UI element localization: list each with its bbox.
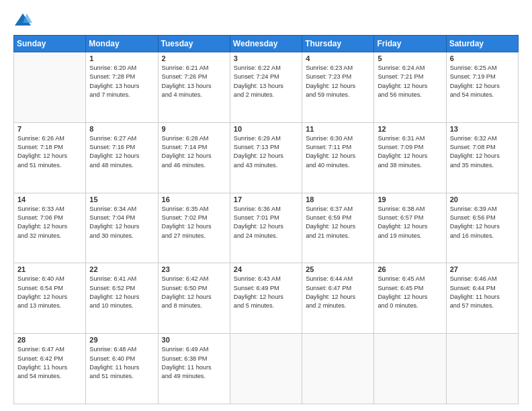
calendar-cell: 30Sunrise: 6:49 AM Sunset: 6:38 PM Dayli… xyxy=(158,334,230,404)
day-number: 14 xyxy=(17,195,82,203)
day-info: Sunrise: 6:32 AM Sunset: 7:08 PM Dayligh… xyxy=(450,134,515,170)
header xyxy=(13,11,519,30)
day-number: 9 xyxy=(162,125,226,133)
col-header-friday: Friday xyxy=(374,36,446,52)
calendar-cell: 11Sunrise: 6:30 AM Sunset: 7:11 PM Dayli… xyxy=(302,122,374,193)
calendar-cell: 27Sunrise: 6:46 AM Sunset: 6:44 PM Dayli… xyxy=(446,263,518,334)
day-number: 19 xyxy=(378,195,442,203)
calendar-cell: 22Sunrise: 6:41 AM Sunset: 6:52 PM Dayli… xyxy=(86,263,158,334)
day-number: 8 xyxy=(89,125,154,133)
calendar-cell xyxy=(230,334,302,404)
calendar-cell: 19Sunrise: 6:38 AM Sunset: 6:57 PM Dayli… xyxy=(374,193,446,263)
day-info: Sunrise: 6:48 AM Sunset: 6:40 PM Dayligh… xyxy=(89,345,154,381)
day-info: Sunrise: 6:47 AM Sunset: 6:42 PM Dayligh… xyxy=(17,345,82,381)
day-number: 21 xyxy=(17,265,82,273)
day-info: Sunrise: 6:26 AM Sunset: 7:18 PM Dayligh… xyxy=(17,134,82,170)
calendar-cell: 21Sunrise: 6:40 AM Sunset: 6:54 PM Dayli… xyxy=(14,263,86,334)
calendar-cell xyxy=(446,334,518,404)
calendar-cell: 29Sunrise: 6:48 AM Sunset: 6:40 PM Dayli… xyxy=(86,334,158,404)
day-info: Sunrise: 6:22 AM Sunset: 7:24 PM Dayligh… xyxy=(234,64,298,99)
day-info: Sunrise: 6:41 AM Sunset: 6:52 PM Dayligh… xyxy=(89,275,154,310)
day-number: 12 xyxy=(378,125,442,133)
logo-icon xyxy=(13,11,32,30)
day-info: Sunrise: 6:40 AM Sunset: 6:54 PM Dayligh… xyxy=(17,275,82,310)
calendar-cell: 6Sunrise: 6:25 AM Sunset: 7:19 PM Daylig… xyxy=(446,52,518,123)
calendar-cell xyxy=(14,52,86,123)
day-info: Sunrise: 6:33 AM Sunset: 7:06 PM Dayligh… xyxy=(17,205,82,240)
col-header-sunday: Sunday xyxy=(14,36,86,52)
day-info: Sunrise: 6:25 AM Sunset: 7:19 PM Dayligh… xyxy=(450,64,515,99)
day-number: 30 xyxy=(162,336,226,344)
calendar-cell: 3Sunrise: 6:22 AM Sunset: 7:24 PM Daylig… xyxy=(230,52,302,123)
day-number: 5 xyxy=(378,54,442,62)
calendar-cell: 25Sunrise: 6:44 AM Sunset: 6:47 PM Dayli… xyxy=(302,263,374,334)
day-number: 4 xyxy=(306,54,370,62)
page: SundayMondayTuesdayWednesdayThursdayFrid… xyxy=(0,0,532,411)
day-info: Sunrise: 6:20 AM Sunset: 7:28 PM Dayligh… xyxy=(89,64,154,99)
day-number: 13 xyxy=(450,125,515,133)
day-info: Sunrise: 6:44 AM Sunset: 6:47 PM Dayligh… xyxy=(306,275,370,310)
calendar-cell: 18Sunrise: 6:37 AM Sunset: 6:59 PM Dayli… xyxy=(302,193,374,263)
calendar-cell: 10Sunrise: 6:29 AM Sunset: 7:13 PM Dayli… xyxy=(230,122,302,193)
calendar-cell: 23Sunrise: 6:42 AM Sunset: 6:50 PM Dayli… xyxy=(158,263,230,334)
calendar-cell: 20Sunrise: 6:39 AM Sunset: 6:56 PM Dayli… xyxy=(446,193,518,263)
calendar-cell: 24Sunrise: 6:43 AM Sunset: 6:49 PM Dayli… xyxy=(230,263,302,334)
calendar-cell: 4Sunrise: 6:23 AM Sunset: 7:23 PM Daylig… xyxy=(302,52,374,123)
col-header-wednesday: Wednesday xyxy=(230,36,302,52)
calendar-cell: 14Sunrise: 6:33 AM Sunset: 7:06 PM Dayli… xyxy=(14,193,86,263)
logo xyxy=(13,11,35,30)
calendar-table: SundayMondayTuesdayWednesdayThursdayFrid… xyxy=(13,35,519,404)
day-info: Sunrise: 6:45 AM Sunset: 6:45 PM Dayligh… xyxy=(378,275,442,310)
calendar-cell: 7Sunrise: 6:26 AM Sunset: 7:18 PM Daylig… xyxy=(14,122,86,193)
day-info: Sunrise: 6:27 AM Sunset: 7:16 PM Dayligh… xyxy=(89,134,154,170)
day-info: Sunrise: 6:46 AM Sunset: 6:44 PM Dayligh… xyxy=(450,275,515,310)
col-header-monday: Monday xyxy=(86,36,158,52)
calendar-cell: 13Sunrise: 6:32 AM Sunset: 7:08 PM Dayli… xyxy=(446,122,518,193)
day-info: Sunrise: 6:36 AM Sunset: 7:01 PM Dayligh… xyxy=(234,205,298,240)
day-info: Sunrise: 6:42 AM Sunset: 6:50 PM Dayligh… xyxy=(162,275,226,310)
calendar-cell: 17Sunrise: 6:36 AM Sunset: 7:01 PM Dayli… xyxy=(230,193,302,263)
calendar-cell: 12Sunrise: 6:31 AM Sunset: 7:09 PM Dayli… xyxy=(374,122,446,193)
day-number: 25 xyxy=(306,265,370,273)
day-number: 22 xyxy=(89,265,154,273)
day-number: 20 xyxy=(450,195,515,203)
calendar-cell: 16Sunrise: 6:35 AM Sunset: 7:02 PM Dayli… xyxy=(158,193,230,263)
col-header-tuesday: Tuesday xyxy=(158,36,230,52)
day-number: 18 xyxy=(306,195,370,203)
day-number: 24 xyxy=(234,265,298,273)
calendar-cell: 26Sunrise: 6:45 AM Sunset: 6:45 PM Dayli… xyxy=(374,263,446,334)
day-number: 1 xyxy=(89,54,154,62)
day-number: 26 xyxy=(378,265,442,273)
col-header-thursday: Thursday xyxy=(302,36,374,52)
calendar-cell: 15Sunrise: 6:34 AM Sunset: 7:04 PM Dayli… xyxy=(86,193,158,263)
day-number: 23 xyxy=(162,265,226,273)
day-info: Sunrise: 6:23 AM Sunset: 7:23 PM Dayligh… xyxy=(306,64,370,99)
calendar-cell xyxy=(302,334,374,404)
calendar-cell: 5Sunrise: 6:24 AM Sunset: 7:21 PM Daylig… xyxy=(374,52,446,123)
day-info: Sunrise: 6:28 AM Sunset: 7:14 PM Dayligh… xyxy=(162,134,226,170)
col-header-saturday: Saturday xyxy=(446,36,518,52)
day-number: 16 xyxy=(162,195,226,203)
day-number: 2 xyxy=(162,54,226,62)
day-info: Sunrise: 6:31 AM Sunset: 7:09 PM Dayligh… xyxy=(378,134,442,170)
day-number: 15 xyxy=(89,195,154,203)
day-info: Sunrise: 6:29 AM Sunset: 7:13 PM Dayligh… xyxy=(234,134,298,170)
day-number: 6 xyxy=(450,54,515,62)
day-number: 10 xyxy=(234,125,298,133)
day-info: Sunrise: 6:30 AM Sunset: 7:11 PM Dayligh… xyxy=(306,134,370,170)
day-info: Sunrise: 6:43 AM Sunset: 6:49 PM Dayligh… xyxy=(234,275,298,310)
day-number: 29 xyxy=(89,336,154,344)
calendar-cell xyxy=(374,334,446,404)
day-info: Sunrise: 6:39 AM Sunset: 6:56 PM Dayligh… xyxy=(450,205,515,240)
calendar-cell: 8Sunrise: 6:27 AM Sunset: 7:16 PM Daylig… xyxy=(86,122,158,193)
calendar-cell: 28Sunrise: 6:47 AM Sunset: 6:42 PM Dayli… xyxy=(14,334,86,404)
day-number: 3 xyxy=(234,54,298,62)
day-info: Sunrise: 6:21 AM Sunset: 7:26 PM Dayligh… xyxy=(162,64,226,99)
day-number: 7 xyxy=(17,125,82,133)
day-number: 11 xyxy=(306,125,370,133)
calendar-cell: 2Sunrise: 6:21 AM Sunset: 7:26 PM Daylig… xyxy=(158,52,230,123)
calendar-cell: 1Sunrise: 6:20 AM Sunset: 7:28 PM Daylig… xyxy=(86,52,158,123)
day-number: 27 xyxy=(450,265,515,273)
day-number: 28 xyxy=(17,336,82,344)
day-info: Sunrise: 6:37 AM Sunset: 6:59 PM Dayligh… xyxy=(306,205,370,240)
